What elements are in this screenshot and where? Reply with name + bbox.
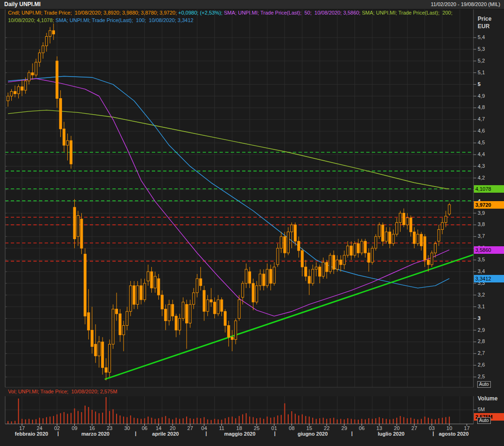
legend-row-sma100[interactable]: 10/08/2020; 4,1078; SMA; UNPI.MI; Trade … <box>8 17 193 23</box>
window-title: Daily UNPI.MI <box>4 1 40 8</box>
legend-segment: +0,0980; (+2,53%); <box>178 10 224 16</box>
title-bar: Daily UNPI.MI 11/02/2020 - 19/08/2020 (M… <box>0 0 504 9</box>
legend-segment: SMA; UNPI.MI; Trade Price(Last); 200; <box>362 10 453 16</box>
chart-canvas[interactable] <box>0 0 504 446</box>
legend-segment: SMA; UNPI.MI; Trade Price(Last); 50; 10/… <box>224 10 362 16</box>
chart-application-window: { "window": { "title": "Daily UNPI.MI", … <box>0 0 504 446</box>
legend-segment: SMA; UNPI.MI; Trade Price(Last); 100; 10… <box>55 17 193 23</box>
date-range-label: 11/02/2020 - 19/08/2020 (MIL) <box>431 1 500 7</box>
legend-row-volume[interactable]: Vol; UNPI.MI; Trade Price; 10/08/2020; 2… <box>8 389 117 394</box>
legend-segment: 10/08/2020; 4,1078; <box>8 17 55 23</box>
volume-axis-auto-button[interactable]: Auto <box>477 417 491 424</box>
legend-segment: Vol; UNPI.MI; Trade Price; 10/08/2020; 2… <box>8 389 117 394</box>
legend-segment: Cndl; UNPI.MI; Trade Price; 10/08/2020; … <box>8 10 178 16</box>
price-axis-auto-button[interactable]: Auto <box>477 381 491 388</box>
legend-row-main[interactable]: Cndl; UNPI.MI; Trade Price; 10/08/2020; … <box>8 10 452 16</box>
